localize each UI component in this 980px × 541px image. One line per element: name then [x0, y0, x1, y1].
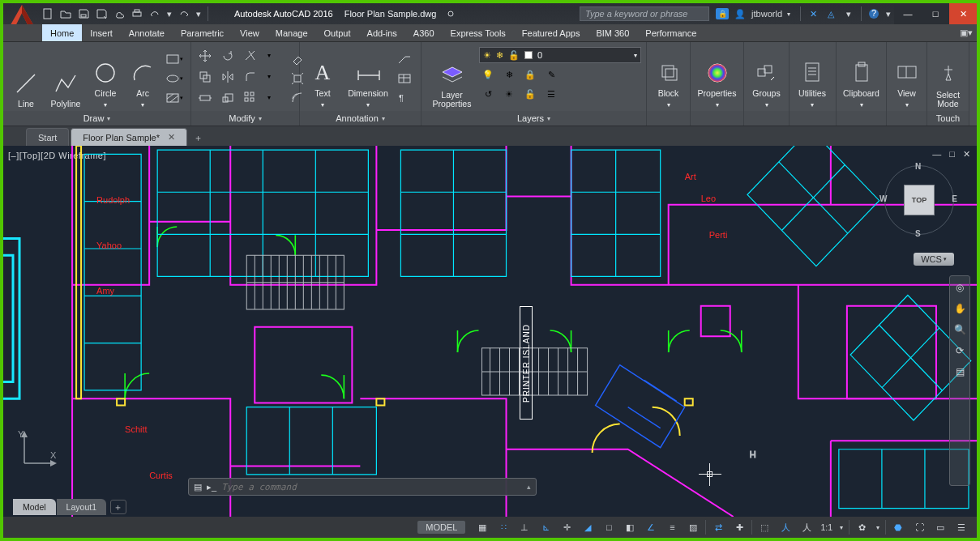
viewcube[interactable]: TOP N E S W [884, 165, 954, 235]
layer-state-icon[interactable]: ☰ [542, 86, 560, 102]
tab-insert[interactable]: Insert [82, 24, 121, 41]
tab-manage[interactable]: Manage [267, 24, 316, 41]
qat-dropdown-icon[interactable]: ▾ [165, 6, 174, 22]
table-icon[interactable] [396, 70, 413, 87]
move-icon[interactable] [196, 48, 214, 64]
tab-view[interactable]: View [232, 24, 267, 41]
select-mode-button[interactable]: Select Mode [932, 47, 964, 110]
modify-panel-title[interactable]: Modify [229, 113, 255, 123]
layer-prev-icon[interactable]: ↺ [479, 86, 497, 102]
clipboard-button[interactable]: Clipboard▾ [841, 47, 881, 110]
line-button[interactable]: Line [8, 47, 44, 110]
tab-a360[interactable]: A360 [405, 24, 443, 41]
status-cleanscreen-icon[interactable]: ▭ [930, 518, 951, 536]
compass-w[interactable]: W [879, 194, 887, 203]
arc-button[interactable]: Arc▾ [125, 47, 160, 110]
rectangle-icon[interactable]: ▾ [165, 51, 183, 67]
qat-plot-icon[interactable] [129, 6, 145, 22]
status-iso-icon[interactable]: ⛶ [909, 518, 930, 536]
status-grid-icon[interactable]: ▦ [472, 518, 493, 536]
nav-zoom-icon[interactable]: 🔍 [952, 322, 967, 338]
layout-tab-model[interactable]: Model [13, 499, 56, 515]
utilities-button[interactable]: Utilities▾ [794, 47, 830, 110]
status-infer-icon[interactable]: ⊥ [514, 518, 535, 536]
filetab-add-button[interactable]: ＋ [189, 130, 207, 146]
tab-addins[interactable]: Add-ins [359, 24, 405, 41]
nav-orbit-icon[interactable]: ⟳ [952, 343, 967, 359]
layer-lock2-icon[interactable]: 🔒 [521, 66, 539, 83]
tab-bim360[interactable]: BIM 360 [588, 24, 637, 41]
layer-iso-icon[interactable]: ❄ [500, 66, 518, 83]
status-lwt-icon[interactable]: ≡ [661, 518, 683, 536]
dimension-button[interactable]: Dimension▾ [342, 47, 394, 110]
tab-performance[interactable]: Performance [637, 24, 704, 41]
drawing-canvas[interactable]: [–][Top][2D Wireframe] — □ ✕ [3, 146, 977, 517]
layer-thaw-icon[interactable]: ☀ [500, 86, 518, 102]
leader-icon[interactable] [396, 51, 413, 67]
command-history-icon[interactable]: ▤ [194, 482, 202, 492]
exchange-icon[interactable]: ✕ [805, 6, 821, 22]
status-hardware-icon[interactable]: ⬣ [888, 518, 909, 536]
tab-annotate[interactable]: Annotate [121, 24, 173, 41]
qat-save-icon[interactable] [75, 6, 92, 22]
properties-button[interactable]: Properties▾ [695, 47, 738, 110]
filetab-floorplan[interactable]: Floor Plan Sample*✕ [71, 128, 187, 146]
layer-properties-button[interactable]: Layer Properties [426, 47, 477, 110]
tab-output[interactable]: Output [316, 24, 359, 41]
qat-cloud-icon[interactable] [111, 6, 127, 22]
compass-s[interactable]: S [915, 229, 921, 238]
groups-button[interactable]: Groups▾ [749, 47, 784, 110]
compass-n[interactable]: N [915, 162, 921, 171]
titlebar-dropdown-icon[interactable]: ▾ [841, 6, 857, 22]
layout-add-button[interactable]: ＋ [110, 500, 126, 514]
filetab-start[interactable]: Start [26, 128, 69, 146]
array-dd-icon[interactable]: ▾ [264, 90, 274, 106]
polyline-button[interactable]: Polyline [45, 47, 86, 110]
status-qp-icon[interactable]: ⬚ [754, 518, 775, 536]
help-dropdown-icon[interactable]: ▾ [884, 6, 893, 22]
qat-new-icon[interactable] [40, 6, 56, 22]
status-transparency-icon[interactable]: ▨ [683, 518, 704, 536]
signin-area[interactable]: 🔒 👤 jtbworld ▾ [716, 8, 790, 19]
scale-icon[interactable] [219, 90, 237, 106]
qat-undo-icon[interactable] [147, 6, 163, 22]
nav-wheel-icon[interactable]: ◎ [952, 279, 967, 296]
ribbon-expand-icon[interactable]: ▣▾ [956, 24, 977, 41]
layout-tab-layout1[interactable]: Layout1 [57, 499, 106, 515]
tab-parametric[interactable]: Parametric [173, 24, 232, 41]
wcs-badge[interactable]: WCS▾ [914, 253, 954, 266]
array-icon[interactable] [242, 90, 259, 106]
status-annomonitor-icon[interactable]: ✚ [729, 518, 750, 536]
status-3dosnap-icon[interactable]: ◧ [619, 518, 640, 536]
rotate-icon[interactable] [219, 48, 237, 64]
command-input[interactable] [221, 482, 522, 492]
status-customize-icon[interactable]: ☰ [951, 518, 972, 536]
stretch-icon[interactable] [196, 90, 214, 106]
status-osnap-icon[interactable]: □ [598, 518, 619, 536]
view-button[interactable]: View▾ [892, 47, 922, 110]
copy-icon[interactable] [196, 69, 214, 85]
status-snap-icon[interactable]: ∷ [493, 518, 514, 536]
status-ortho-icon[interactable]: ⊾ [535, 518, 556, 536]
layer-unlock-icon[interactable]: 🔓 [521, 86, 539, 102]
circle-button[interactable]: Circle▾ [88, 47, 123, 110]
layer-match-icon[interactable]: ✎ [542, 66, 560, 83]
fillet-icon[interactable] [242, 69, 259, 85]
ellipse-icon[interactable]: ▾ [165, 70, 183, 87]
window-minimize-button[interactable]: — [894, 3, 922, 24]
status-ws-icon[interactable]: ✿ [851, 518, 872, 536]
command-line[interactable]: ▤ ▸_ ▴ [188, 478, 537, 496]
status-ds-icon[interactable]: 人 [775, 518, 796, 536]
help-search-input[interactable]: Type a keyword or phrase [580, 6, 709, 21]
block-button[interactable]: Block▾ [652, 47, 685, 110]
navigation-bar[interactable]: ◎ ✋ 🔍 ⟳ ▤ [949, 275, 970, 486]
annotation-panel-title[interactable]: Annotation [336, 113, 379, 123]
status-isoplane-icon[interactable]: ◢ [577, 518, 598, 536]
qat-saveas-icon[interactable] [93, 6, 109, 22]
nav-showmotion-icon[interactable]: ▤ [952, 364, 967, 380]
window-maximize-button[interactable]: □ [922, 3, 949, 24]
hatch-icon[interactable]: ▾ [165, 90, 183, 106]
tab-featured-apps[interactable]: Featured Apps [514, 24, 588, 41]
status-ws-dd-icon[interactable]: ▾ [872, 518, 884, 536]
status-cycling-icon[interactable]: ⇄ [708, 518, 729, 536]
